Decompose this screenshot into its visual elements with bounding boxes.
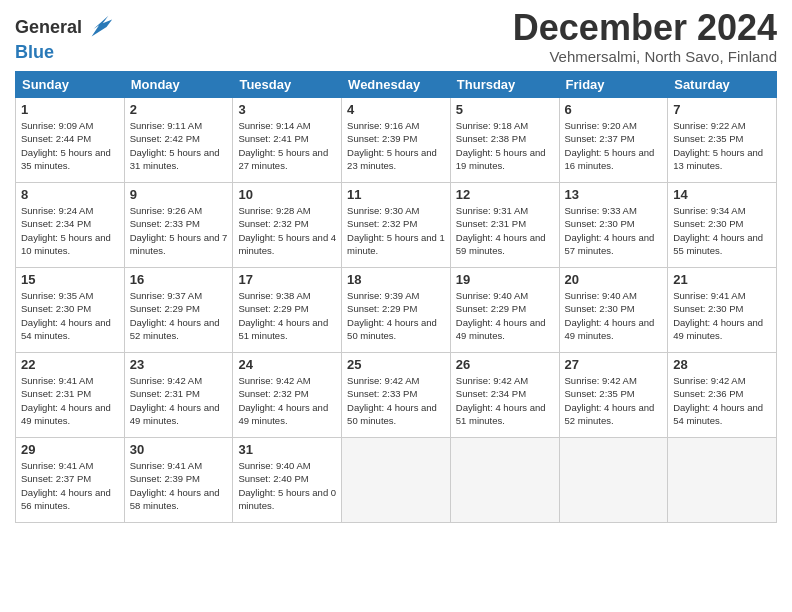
calendar-cell: 15 Sunrise: 9:35 AM Sunset: 2:30 PM Dayl… [16, 268, 125, 353]
sunrise-label: Sunrise: 9:31 AM [456, 205, 528, 216]
daylight-label: Daylight: 4 hours and 50 minutes. [347, 317, 437, 341]
day-info: Sunrise: 9:09 AM Sunset: 2:44 PM Dayligh… [21, 119, 119, 172]
daylight-label: Daylight: 4 hours and 52 minutes. [130, 317, 220, 341]
sunset-label: Sunset: 2:30 PM [565, 303, 635, 314]
day-info: Sunrise: 9:35 AM Sunset: 2:30 PM Dayligh… [21, 289, 119, 342]
day-info: Sunrise: 9:31 AM Sunset: 2:31 PM Dayligh… [456, 204, 554, 257]
sunrise-label: Sunrise: 9:26 AM [130, 205, 202, 216]
calendar-cell [450, 438, 559, 523]
calendar-cell: 9 Sunrise: 9:26 AM Sunset: 2:33 PM Dayli… [124, 183, 233, 268]
day-info: Sunrise: 9:18 AM Sunset: 2:38 PM Dayligh… [456, 119, 554, 172]
sunrise-label: Sunrise: 9:11 AM [130, 120, 202, 131]
sunset-label: Sunset: 2:29 PM [130, 303, 200, 314]
day-number: 15 [21, 272, 119, 287]
sunset-label: Sunset: 2:30 PM [673, 303, 743, 314]
sunrise-label: Sunrise: 9:37 AM [130, 290, 202, 301]
day-number: 4 [347, 102, 445, 117]
sunrise-label: Sunrise: 9:30 AM [347, 205, 419, 216]
sunset-label: Sunset: 2:41 PM [238, 133, 308, 144]
day-info: Sunrise: 9:34 AM Sunset: 2:30 PM Dayligh… [673, 204, 771, 257]
day-info: Sunrise: 9:42 AM Sunset: 2:35 PM Dayligh… [565, 374, 663, 427]
calendar-cell: 5 Sunrise: 9:18 AM Sunset: 2:38 PM Dayli… [450, 98, 559, 183]
day-number: 5 [456, 102, 554, 117]
calendar-week-row: 22 Sunrise: 9:41 AM Sunset: 2:31 PM Dayl… [16, 353, 777, 438]
sunset-label: Sunset: 2:29 PM [238, 303, 308, 314]
day-number: 29 [21, 442, 119, 457]
logo-blue: Blue [15, 42, 114, 63]
logo-general: General [15, 18, 82, 38]
location-title: Vehmersalmi, North Savo, Finland [513, 48, 777, 65]
day-info: Sunrise: 9:37 AM Sunset: 2:29 PM Dayligh… [130, 289, 228, 342]
daylight-label: Daylight: 4 hours and 54 minutes. [21, 317, 111, 341]
sunset-label: Sunset: 2:32 PM [238, 388, 308, 399]
daylight-label: Daylight: 4 hours and 58 minutes. [130, 487, 220, 511]
day-number: 23 [130, 357, 228, 372]
daylight-label: Daylight: 4 hours and 49 minutes. [565, 317, 655, 341]
day-info: Sunrise: 9:22 AM Sunset: 2:35 PM Dayligh… [673, 119, 771, 172]
daylight-label: Daylight: 5 hours and 13 minutes. [673, 147, 763, 171]
sunrise-label: Sunrise: 9:42 AM [238, 375, 310, 386]
sunrise-label: Sunrise: 9:24 AM [21, 205, 93, 216]
daylight-label: Daylight: 5 hours and 35 minutes. [21, 147, 111, 171]
calendar-week-row: 8 Sunrise: 9:24 AM Sunset: 2:34 PM Dayli… [16, 183, 777, 268]
sunrise-label: Sunrise: 9:41 AM [130, 460, 202, 471]
sunset-label: Sunset: 2:36 PM [673, 388, 743, 399]
daylight-label: Daylight: 5 hours and 7 minutes. [130, 232, 228, 256]
day-info: Sunrise: 9:38 AM Sunset: 2:29 PM Dayligh… [238, 289, 336, 342]
day-info: Sunrise: 9:42 AM Sunset: 2:34 PM Dayligh… [456, 374, 554, 427]
sunrise-label: Sunrise: 9:38 AM [238, 290, 310, 301]
daylight-label: Daylight: 4 hours and 51 minutes. [456, 402, 546, 426]
day-info: Sunrise: 9:40 AM Sunset: 2:30 PM Dayligh… [565, 289, 663, 342]
day-number: 19 [456, 272, 554, 287]
sunrise-label: Sunrise: 9:42 AM [673, 375, 745, 386]
sunset-label: Sunset: 2:30 PM [21, 303, 91, 314]
daylight-label: Daylight: 4 hours and 49 minutes. [456, 317, 546, 341]
daylight-label: Daylight: 4 hours and 52 minutes. [565, 402, 655, 426]
daylight-label: Daylight: 5 hours and 16 minutes. [565, 147, 655, 171]
sunrise-label: Sunrise: 9:33 AM [565, 205, 637, 216]
calendar-cell: 16 Sunrise: 9:37 AM Sunset: 2:29 PM Dayl… [124, 268, 233, 353]
sunset-label: Sunset: 2:35 PM [565, 388, 635, 399]
day-number: 8 [21, 187, 119, 202]
sunrise-label: Sunrise: 9:40 AM [456, 290, 528, 301]
calendar-cell: 4 Sunrise: 9:16 AM Sunset: 2:39 PM Dayli… [342, 98, 451, 183]
daylight-label: Daylight: 5 hours and 1 minute. [347, 232, 445, 256]
day-number: 27 [565, 357, 663, 372]
sunset-label: Sunset: 2:32 PM [238, 218, 308, 229]
sunset-label: Sunset: 2:37 PM [21, 473, 91, 484]
sunrise-label: Sunrise: 9:40 AM [565, 290, 637, 301]
day-info: Sunrise: 9:41 AM Sunset: 2:37 PM Dayligh… [21, 459, 119, 512]
day-number: 31 [238, 442, 336, 457]
day-info: Sunrise: 9:42 AM Sunset: 2:36 PM Dayligh… [673, 374, 771, 427]
day-info: Sunrise: 9:24 AM Sunset: 2:34 PM Dayligh… [21, 204, 119, 257]
day-number: 21 [673, 272, 771, 287]
sunrise-label: Sunrise: 9:14 AM [238, 120, 310, 131]
daylight-label: Daylight: 4 hours and 54 minutes. [673, 402, 763, 426]
day-number: 22 [21, 357, 119, 372]
day-info: Sunrise: 9:41 AM Sunset: 2:30 PM Dayligh… [673, 289, 771, 342]
day-info: Sunrise: 9:42 AM Sunset: 2:32 PM Dayligh… [238, 374, 336, 427]
calendar-cell: 18 Sunrise: 9:39 AM Sunset: 2:29 PM Dayl… [342, 268, 451, 353]
day-info: Sunrise: 9:41 AM Sunset: 2:39 PM Dayligh… [130, 459, 228, 512]
col-thursday: Thursday [450, 72, 559, 98]
svg-marker-0 [92, 16, 113, 37]
sunset-label: Sunset: 2:33 PM [347, 388, 417, 399]
day-number: 11 [347, 187, 445, 202]
calendar-cell: 22 Sunrise: 9:41 AM Sunset: 2:31 PM Dayl… [16, 353, 125, 438]
daylight-label: Daylight: 4 hours and 59 minutes. [456, 232, 546, 256]
day-info: Sunrise: 9:20 AM Sunset: 2:37 PM Dayligh… [565, 119, 663, 172]
daylight-label: Daylight: 5 hours and 0 minutes. [238, 487, 336, 511]
day-number: 2 [130, 102, 228, 117]
day-number: 9 [130, 187, 228, 202]
sunset-label: Sunset: 2:29 PM [347, 303, 417, 314]
sunset-label: Sunset: 2:34 PM [21, 218, 91, 229]
calendar-cell: 10 Sunrise: 9:28 AM Sunset: 2:32 PM Dayl… [233, 183, 342, 268]
calendar-cell: 8 Sunrise: 9:24 AM Sunset: 2:34 PM Dayli… [16, 183, 125, 268]
calendar-cell: 13 Sunrise: 9:33 AM Sunset: 2:30 PM Dayl… [559, 183, 668, 268]
day-number: 7 [673, 102, 771, 117]
sunrise-label: Sunrise: 9:41 AM [673, 290, 745, 301]
day-info: Sunrise: 9:40 AM Sunset: 2:40 PM Dayligh… [238, 459, 336, 512]
sunrise-label: Sunrise: 9:18 AM [456, 120, 528, 131]
day-number: 25 [347, 357, 445, 372]
calendar-cell: 17 Sunrise: 9:38 AM Sunset: 2:29 PM Dayl… [233, 268, 342, 353]
